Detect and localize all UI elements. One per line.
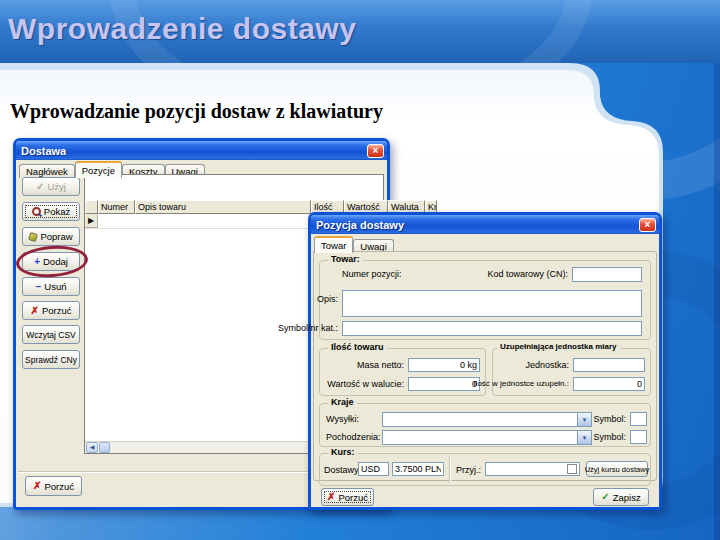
ilosc-towaru-group: Ilość towaru Masa netto: Wartość w waluc…	[319, 348, 486, 396]
usun-button[interactable]: − Usuń	[22, 277, 80, 296]
pochodzenia-combobox[interactable]: ▼	[382, 430, 592, 445]
minus-icon: −	[35, 282, 41, 292]
symbol-label: Symbol:	[593, 414, 626, 424]
row-marker-icon: ▶	[85, 214, 98, 228]
uzyj-kursu-dostawy-button[interactable]: Użyj kursu dostawy	[586, 461, 648, 477]
x-icon: ✗	[31, 306, 39, 316]
kurs-checkbox[interactable]	[567, 464, 577, 474]
wysylki-label: Wysyłki:	[326, 414, 359, 424]
dostawa-titlebar[interactable]: Dostawa ×	[16, 141, 387, 160]
kurs-dostawy-label: Dostawy:	[324, 465, 361, 475]
x-icon: ✗	[33, 481, 41, 491]
uzyj-button[interactable]: ✓ Użyj	[22, 177, 80, 196]
dodaj-button[interactable]: + Dodaj	[22, 252, 80, 271]
towar-group: Towar: Numer pozycji: Kod towarowy (CN):…	[319, 260, 651, 340]
waluta-input[interactable]	[358, 462, 389, 476]
masa-netto-input[interactable]	[408, 358, 480, 372]
pokaz-button[interactable]: Pokaż	[22, 202, 80, 221]
check-icon: ✓	[36, 182, 44, 192]
edit-icon	[28, 231, 38, 241]
symbol-pochodzenia-input[interactable]	[630, 430, 647, 444]
button-label: Dodaj	[43, 256, 68, 267]
pozycja-body: Towar Uwagi Towar: Numer pozycji: Kod to…	[311, 234, 659, 507]
jednostka-label: Jednostka:	[525, 360, 569, 370]
numer-pozycji-label: Numer pozycji:	[342, 269, 402, 279]
group-caption: Uzupełniająca jednostka miary	[497, 342, 620, 351]
sprawdz-cny-button[interactable]: Sprawdź CNy	[22, 350, 80, 369]
slide-subtitle: Wprowadzanie pozycji dostaw z klawiatury	[10, 100, 383, 123]
jednostka-input[interactable]	[573, 358, 645, 372]
check-icon: ✓	[601, 492, 609, 502]
symbol-nr-kat-input[interactable]	[342, 321, 642, 336]
kod-towarowy-input[interactable]	[572, 267, 642, 282]
kod-towarowy-label: Kod towarowy (CN):	[487, 269, 568, 279]
wartosc-walucie-label: Wartość w walucie:	[327, 379, 404, 389]
x-icon: ✗	[327, 492, 335, 502]
slide: { "slide": { "title": "Wprowadzenie dost…	[0, 0, 720, 540]
kurs-group: Kurs: Dostawy: Przyj.: Użyj kursu dostaw…	[319, 453, 651, 486]
column-header-opis[interactable]: Opis towaru	[135, 200, 311, 214]
kraje-group: Kraje Wysyłki: ▼ Symbol: Pochodzenia: ▼ …	[319, 403, 651, 447]
wysylki-combobox[interactable]: ▼	[382, 412, 592, 427]
column-header-selector	[85, 200, 98, 214]
group-caption: Towar:	[328, 254, 363, 264]
button-label: Wczytaj CSV	[26, 330, 76, 340]
porzuc-footer-button[interactable]: ✗ Porzuć	[25, 476, 82, 496]
scrollbar-thumb[interactable]	[99, 442, 110, 453]
symbol-nr-kat-label: Symbol/nr kat.:	[278, 323, 338, 333]
button-label: Zapisz	[613, 492, 641, 503]
group-caption: Ilość towaru	[328, 342, 387, 352]
kurs-przyjecia-input[interactable]	[485, 462, 580, 476]
tab-towar[interactable]: Towar	[314, 236, 353, 253]
group-caption: Kurs:	[328, 447, 358, 457]
divider	[449, 457, 451, 483]
ilosc-jednostce-input[interactable]	[573, 377, 645, 391]
chevron-down-icon[interactable]: ▼	[577, 413, 591, 426]
kurs-wartosc-input[interactable]	[392, 462, 444, 476]
column-header-numer[interactable]: Numer	[98, 200, 135, 214]
window-title: Dostawa	[21, 145, 66, 157]
symbol-label: Symbol:	[593, 432, 626, 442]
button-label: Usuń	[44, 281, 66, 292]
symbol-wysylki-input[interactable]	[630, 412, 647, 426]
pochodzenia-label: Pochodzenia:	[326, 432, 381, 442]
button-label: Porzuć	[44, 481, 74, 492]
close-icon[interactable]: ×	[639, 218, 656, 232]
porzuc-button[interactable]: ✗ Porzuć	[22, 301, 80, 320]
zapisz-button[interactable]: ✓ Zapisz	[593, 488, 649, 506]
plus-icon: +	[34, 257, 40, 267]
opis-textarea[interactable]	[342, 290, 642, 317]
tab-naglowek[interactable]: Nagłówek	[19, 164, 75, 178]
window-title: Pozycja dostawy	[316, 219, 404, 231]
wczytaj-csv-button[interactable]: Wczytaj CSV	[22, 325, 80, 344]
pozycja-titlebar[interactable]: Pozycja dostawy ×	[311, 215, 659, 234]
masa-netto-label: Masa netto:	[357, 360, 404, 370]
button-label: Pokaż	[44, 206, 70, 217]
button-label: Porzuć	[338, 492, 368, 503]
porzuc-dialog-button[interactable]: ✗ Porzuć	[321, 488, 374, 506]
button-label: Popraw	[40, 231, 72, 242]
popraw-button[interactable]: Popraw	[22, 227, 80, 246]
tab-pozycje[interactable]: Pozycje	[75, 161, 122, 178]
wartosc-walucie-input[interactable]	[408, 377, 480, 391]
button-label: Porzuć	[42, 305, 72, 316]
button-label: Użyj	[47, 181, 65, 192]
przyj-label: Przyj.:	[456, 465, 481, 475]
opis-label: Opis:	[317, 294, 338, 304]
button-label: Użyj kursu dostawy	[585, 465, 650, 474]
jednostka-miary-group: Uzupełniająca jednostka miary Jednostka:…	[492, 348, 651, 396]
group-caption: Kraje	[328, 397, 357, 407]
close-icon[interactable]: ×	[367, 144, 384, 158]
button-label: Sprawdź CNy	[25, 355, 77, 365]
pozycja-dostawy-dialog: Pozycja dostawy × Towar Uwagi Towar: Num…	[308, 212, 662, 510]
scroll-left-icon[interactable]: ◀	[86, 442, 98, 453]
magnifier-icon	[32, 207, 41, 216]
chevron-down-icon[interactable]: ▼	[577, 431, 591, 444]
ilosc-jednostce-label: Ilość w jednostce uzupełn.:	[473, 379, 569, 388]
